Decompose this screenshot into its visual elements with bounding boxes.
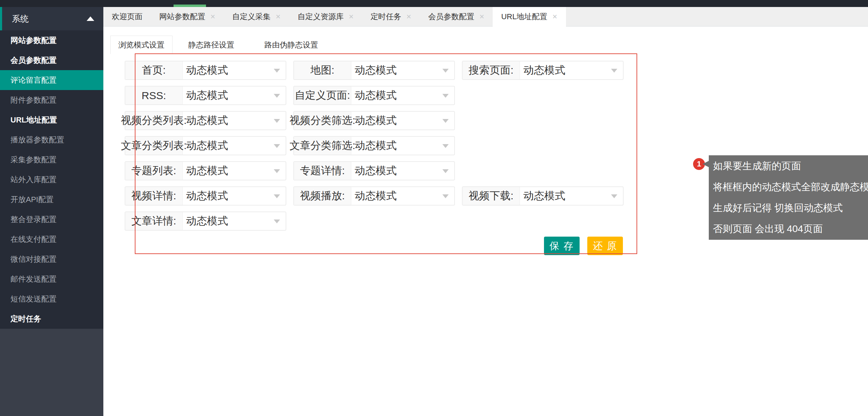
subtab-browse-mode[interactable]: 浏览模式设置 xyxy=(110,36,172,54)
sidebar-item-comment-config[interactable]: 评论留言配置 xyxy=(0,70,103,90)
video-detail-mode-select[interactable]: 动态模式 xyxy=(183,187,286,205)
field-label: 文章分类筛选: xyxy=(294,137,351,155)
selected-value: 动态模式 xyxy=(186,113,228,128)
field-label: 文章分类列表: xyxy=(125,137,183,155)
sidebar-item-attachment-params[interactable]: 附件参数配置 xyxy=(0,90,103,110)
sidebar-item-sms-send[interactable]: 短信发送配置 xyxy=(0,289,103,309)
dropdown-caret-icon xyxy=(442,69,449,73)
field-article-category-list: 文章分类列表: 动态模式 xyxy=(125,136,286,155)
close-icon[interactable]: ✕ xyxy=(275,14,281,20)
subtab-route-rewrite[interactable]: 路由伪静态设置 xyxy=(257,36,326,54)
sitemap-mode-select[interactable]: 动态模式 xyxy=(351,61,454,79)
tab-member-params[interactable]: 会员参数配置 ✕ xyxy=(420,7,493,27)
annotation-tooltip: 如果要生成新的页面 将框框内的动态模式全部改成静态模式 生成好后记得 切换回动态… xyxy=(709,155,868,240)
tab-label: 网站参数配置 xyxy=(159,12,205,22)
topic-detail-mode-select[interactable]: 动态模式 xyxy=(351,162,454,180)
sidebar-item-url-config[interactable]: URL地址配置 xyxy=(0,110,103,130)
field-video-detail: 视频详情: 动态模式 xyxy=(125,186,286,206)
sidebar-item-member-params[interactable]: 会员参数配置 xyxy=(0,50,103,70)
close-icon[interactable]: ✕ xyxy=(348,14,354,20)
field-custom-page: 自定义页面: 动态模式 xyxy=(293,86,455,105)
sidebar-item-site-params[interactable]: 网站参数配置 xyxy=(0,30,103,50)
tab-label: 自定义采集 xyxy=(232,12,271,22)
field-label: RSS: xyxy=(125,87,183,104)
top-navbar xyxy=(0,0,868,7)
tab-url-config[interactable]: URL地址配置 ✕ xyxy=(493,7,566,27)
tab-custom-library[interactable]: 自定义资源库 ✕ xyxy=(289,7,362,27)
tab-label: 定时任务 xyxy=(370,12,401,22)
field-rss: RSS: 动态模式 xyxy=(125,86,286,105)
video-category-list-mode-select[interactable]: 动态模式 xyxy=(183,112,286,129)
selected-value: 动态模式 xyxy=(355,63,397,77)
close-icon[interactable]: ✕ xyxy=(479,14,484,20)
home-mode-select[interactable]: 动态模式 xyxy=(183,61,286,79)
sidebar-item-mail-send[interactable]: 邮件发送配置 xyxy=(0,269,103,289)
field-sitemap: 地图: 动态模式 xyxy=(293,61,455,80)
selected-value: 动态模式 xyxy=(186,189,228,203)
field-video-category-filter: 视频分类筛选: 动态模式 xyxy=(293,111,455,130)
tab-custom-collect[interactable]: 自定义采集 ✕ xyxy=(224,7,289,27)
tab-cron-tasks[interactable]: 定时任务 ✕ xyxy=(362,7,420,27)
form-row: 视频分类列表: 动态模式 视频分类筛选: 动态模式 xyxy=(125,111,455,130)
sidebar-group-label: 系统 xyxy=(12,13,29,24)
field-video-play: 视频播放: 动态模式 xyxy=(293,186,455,206)
collapse-arrow-icon xyxy=(87,16,94,21)
rss-mode-select[interactable]: 动态模式 xyxy=(183,87,286,104)
sidebar-group-system[interactable]: 系统 xyxy=(0,7,103,30)
dropdown-caret-icon xyxy=(274,69,280,73)
form-row: 文章详情: 动态模式 xyxy=(125,211,286,231)
selected-value: 动态模式 xyxy=(355,189,397,203)
annotation-line: 将框框内的动态模式全部改成静态模式 xyxy=(713,177,868,198)
custom-page-mode-select[interactable]: 动态模式 xyxy=(351,87,454,104)
restore-button[interactable]: 还 原 xyxy=(587,237,623,255)
close-icon[interactable]: ✕ xyxy=(552,14,557,20)
sidebar-item-external-store[interactable]: 站外入库配置 xyxy=(0,170,103,190)
sidebar-item-open-api[interactable]: 开放API配置 xyxy=(0,190,103,209)
sidebar-item-wechat-connect[interactable]: 微信对接配置 xyxy=(0,249,103,269)
field-label: 视频播放: xyxy=(294,187,351,205)
video-play-mode-select[interactable]: 动态模式 xyxy=(351,187,454,205)
dropdown-caret-icon xyxy=(274,220,280,223)
tab-label: 会员参数配置 xyxy=(428,12,474,22)
sidebar-item-oauth-login[interactable]: 整合登录配置 xyxy=(0,209,103,229)
tab-label: 自定义资源库 xyxy=(297,12,344,22)
save-button[interactable]: 保 存 xyxy=(544,237,580,255)
selected-value: 动态模式 xyxy=(186,63,228,77)
form-row: 视频详情: 动态模式 视频播放: 动态模式 视频下载: 动态模式 xyxy=(125,186,624,206)
search-page-mode-select[interactable]: 动态模式 xyxy=(520,61,623,79)
article-category-filter-mode-select[interactable]: 动态模式 xyxy=(351,137,454,155)
dropdown-caret-icon xyxy=(611,194,617,198)
dropdown-caret-icon xyxy=(274,144,280,148)
subtab-bar: 浏览模式设置 静态路径设置 路由伪静态设置 xyxy=(110,36,340,54)
tab-label: URL地址配置 xyxy=(501,12,547,22)
tab-site-params[interactable]: 网站参数配置 ✕ xyxy=(151,7,224,27)
sidebar-item-cron-tasks[interactable]: 定时任务 xyxy=(0,309,103,329)
article-category-list-mode-select[interactable]: 动态模式 xyxy=(183,137,286,155)
article-detail-mode-select[interactable]: 动态模式 xyxy=(183,212,286,230)
field-label: 自定义页面: xyxy=(294,87,351,104)
field-article-category-filter: 文章分类筛选: 动态模式 xyxy=(293,136,455,155)
tab-welcome[interactable]: 欢迎页面 xyxy=(103,7,151,27)
dropdown-caret-icon xyxy=(274,194,280,198)
close-icon[interactable]: ✕ xyxy=(210,14,215,20)
tab-label: 欢迎页面 xyxy=(112,12,142,22)
close-icon[interactable]: ✕ xyxy=(406,14,411,20)
selected-value: 动态模式 xyxy=(186,88,228,103)
form-row: 专题列表: 动态模式 专题详情: 动态模式 xyxy=(125,161,455,180)
sidebar-item-online-pay[interactable]: 在线支付配置 xyxy=(0,229,103,249)
field-label: 视频分类列表: xyxy=(125,112,183,129)
sidebar-item-player-params[interactable]: 播放器参数配置 xyxy=(0,130,103,150)
field-video-category-list: 视频分类列表: 动态模式 xyxy=(125,111,286,130)
subtab-static-path[interactable]: 静态路径设置 xyxy=(181,36,242,54)
selected-value: 动态模式 xyxy=(523,63,565,77)
active-topnav-indicator xyxy=(174,5,206,7)
topic-list-mode-select[interactable]: 动态模式 xyxy=(183,162,286,180)
field-home: 首页: 动态模式 xyxy=(125,61,286,80)
field-video-download: 视频下载: 动态模式 xyxy=(462,186,624,206)
form-row: 文章分类列表: 动态模式 文章分类筛选: 动态模式 xyxy=(125,136,455,155)
field-label: 视频下载: xyxy=(463,187,520,205)
field-label: 专题详情: xyxy=(294,162,351,180)
video-download-mode-select[interactable]: 动态模式 xyxy=(520,187,623,205)
video-category-filter-mode-select[interactable]: 动态模式 xyxy=(351,112,454,129)
sidebar-item-collect-params[interactable]: 采集参数配置 xyxy=(0,150,103,170)
